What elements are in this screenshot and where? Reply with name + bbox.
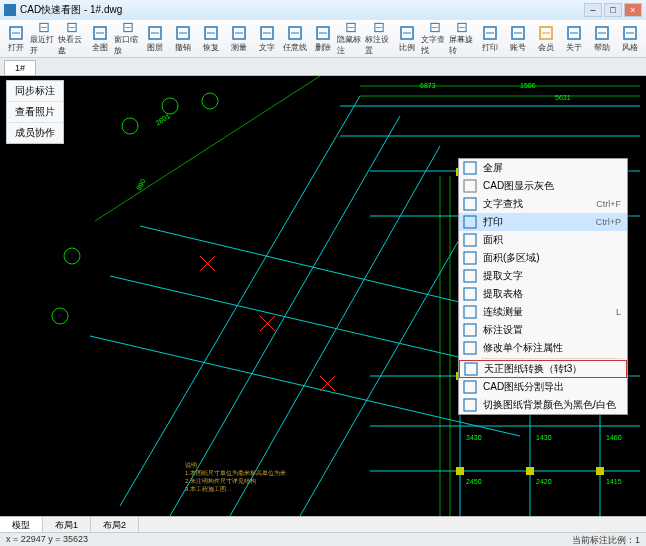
window-title: CAD快速看图 - 1#.dwg [20, 3, 122, 17]
toolbar-撤销[interactable]: 撤销 [169, 22, 197, 56]
ctx-天正图纸转换（转t3）[interactable]: 天正图纸转换（转t3） [459, 360, 627, 378]
svg-rect-100 [464, 381, 476, 393]
svg-rect-89 [464, 180, 476, 192]
window-titlebar: CAD快速看图 - 1#.dwg – □ × [0, 0, 646, 20]
ctx-CAD图纸分割导出[interactable]: CAD图纸分割导出 [459, 378, 627, 396]
toolbar-标注设置[interactable]: 标注设置 [365, 22, 393, 56]
svg-line-65 [95, 76, 320, 221]
toolbar-风格[interactable]: 风格 [616, 22, 644, 56]
ctx-面积[interactable]: 面积 [459, 231, 627, 249]
context-menu: 全屏CAD图显示灰色文字查找Ctrl+F打印Ctrl+P面积面积(多区域)提取文… [458, 158, 628, 415]
main-toolbar: 打开最近打开快看云盘全图窗口缩放图层撤销恢复测量文字任意线删除隐藏标注标注设置比… [0, 20, 646, 58]
drawing-notes: 说明1.本图纸尺寸单位为毫米标高单位为米2.未注明构件尺寸详见结构3.本工程施工… [185, 461, 305, 493]
svg-rect-92 [464, 234, 476, 246]
side-item[interactable]: 同步标注 [7, 81, 63, 102]
dimension-text: 1430 [536, 434, 552, 441]
svg-rect-93 [464, 252, 476, 264]
coordinates-readout: x = 22947 y = 35623 [6, 534, 88, 544]
document-tabstrip: 1# [0, 58, 646, 76]
toolbar-快看云盘[interactable]: 快看云盘 [58, 22, 86, 56]
svg-rect-99 [465, 363, 477, 375]
dimension-text: 1415 [606, 478, 622, 485]
svg-rect-82 [596, 467, 604, 475]
toolbar-关于[interactable]: 关于 [560, 22, 588, 56]
svg-rect-80 [456, 467, 464, 475]
toolbar-打印[interactable]: 打印 [476, 22, 504, 56]
svg-rect-91 [464, 216, 476, 228]
svg-point-83 [122, 118, 138, 134]
toolbar-会员[interactable]: 会员 [532, 22, 560, 56]
ctx-提取表格[interactable]: 提取表格 [459, 285, 627, 303]
toolbar-比例[interactable]: 比例 [393, 22, 421, 56]
toolbar-图层[interactable]: 图层 [142, 22, 170, 56]
ctx-切换图纸背景颜色为黑色/白色[interactable]: 切换图纸背景颜色为黑色/白色 [459, 396, 627, 414]
dimension-text: 3430 [466, 434, 482, 441]
svg-point-84 [162, 98, 178, 114]
side-item[interactable]: 成员协作 [7, 123, 63, 143]
dimension-text: 1460 [606, 434, 622, 441]
toolbar-帮助[interactable]: 帮助 [588, 22, 616, 56]
toolbar-全图[interactable]: 全图 [86, 22, 114, 56]
dimension-text: 5631 [555, 94, 571, 101]
svg-rect-90 [464, 198, 476, 210]
status-bar: x = 22947 y = 35623 当前标注比例：1 [0, 532, 646, 546]
minimize-button[interactable]: – [584, 3, 602, 17]
svg-rect-96 [464, 306, 476, 318]
maximize-button[interactable]: □ [604, 3, 622, 17]
toolbar-任意线[interactable]: 任意线 [281, 22, 309, 56]
ctx-面积(多区域)[interactable]: 面积(多区域) [459, 249, 627, 267]
svg-rect-81 [526, 467, 534, 475]
dimension-text: 2420 [536, 478, 552, 485]
dimension-text: 6873 [420, 82, 436, 89]
ctx-文字查找[interactable]: 文字查找Ctrl+F [459, 195, 627, 213]
toolbar-删除[interactable]: 删除 [309, 22, 337, 56]
toolbar-窗口缩放[interactable]: 窗口缩放 [114, 22, 142, 56]
svg-rect-97 [464, 324, 476, 336]
dimension-text: 1506 [520, 82, 536, 89]
svg-rect-94 [464, 270, 476, 282]
toolbar-账号[interactable]: 账号 [504, 22, 532, 56]
svg-line-50 [90, 336, 520, 436]
scale-readout: 当前标注比例：1 [572, 534, 640, 546]
svg-rect-88 [464, 162, 476, 174]
ctx-打印[interactable]: 打印Ctrl+P [459, 213, 627, 231]
ctx-提取文字[interactable]: 提取文字 [459, 267, 627, 285]
toolbar-最近打开[interactable]: 最近打开 [30, 22, 58, 56]
toolbar-测量[interactable]: 测量 [225, 22, 253, 56]
app-icon [4, 4, 16, 16]
dimension-text: 2450 [466, 478, 482, 485]
ctx-CAD图显示灰色[interactable]: CAD图显示灰色 [459, 177, 627, 195]
toolbar-隐藏标注[interactable]: 隐藏标注 [337, 22, 365, 56]
ctx-标注设置[interactable]: 标注设置 [459, 321, 627, 339]
ctx-全屏[interactable]: 全屏 [459, 159, 627, 177]
side-panel: 同步标注查看照片成员协作 [6, 80, 64, 144]
layout-tab[interactable]: 模型 [0, 517, 43, 532]
ctx-修改单个标注属性[interactable]: 修改单个标注属性 [459, 339, 627, 357]
layout-tab[interactable]: 布局1 [43, 517, 91, 532]
svg-line-47 [170, 116, 400, 516]
layout-tabs: 模型布局1布局2 [0, 516, 646, 532]
toolbar-文字[interactable]: 文字 [253, 22, 281, 56]
window-controls: – □ × [584, 3, 642, 17]
ctx-连续测量[interactable]: 连续测量L [459, 303, 627, 321]
toolbar-恢复[interactable]: 恢复 [197, 22, 225, 56]
toolbar-屏幕旋转[interactable]: 屏幕旋转 [449, 22, 477, 56]
svg-rect-95 [464, 288, 476, 300]
side-item[interactable]: 查看照片 [7, 102, 63, 123]
toolbar-打开[interactable]: 打开 [2, 22, 30, 56]
toolbar-文字查找[interactable]: 文字查找 [421, 22, 449, 56]
layout-tab[interactable]: 布局2 [91, 517, 139, 532]
svg-rect-98 [464, 342, 476, 354]
svg-point-85 [202, 93, 218, 109]
document-tab[interactable]: 1# [4, 60, 36, 75]
close-button[interactable]: × [624, 3, 642, 17]
svg-line-46 [120, 96, 360, 506]
svg-point-87 [52, 308, 68, 324]
svg-rect-101 [464, 399, 476, 411]
svg-point-86 [64, 248, 80, 264]
